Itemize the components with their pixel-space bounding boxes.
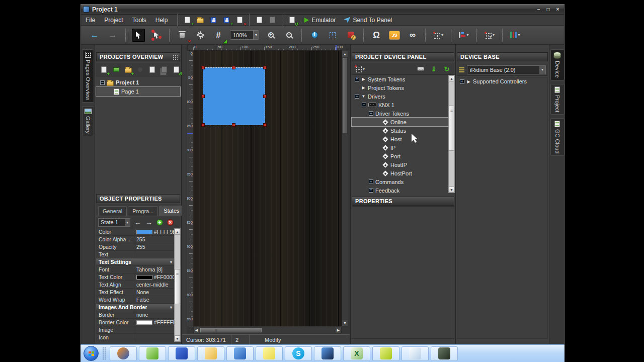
device-tree-item-hostport[interactable]: HostPort — [352, 169, 448, 177]
scroll-down-icon[interactable]: ▼ — [342, 320, 348, 326]
panel-options-dropdown[interactable]: ▾ — [355, 64, 365, 73]
scroll-up-icon[interactable]: ▲ — [342, 51, 348, 57]
taskbar-excel[interactable]: X — [343, 346, 370, 361]
taskbar-lime-app[interactable] — [372, 346, 399, 361]
save-project-button[interactable] — [209, 16, 218, 25]
refresh-drivers-button[interactable]: ↻ — [442, 64, 451, 73]
properties-scrollbar[interactable]: ▲ ▼ — [174, 228, 181, 342]
property-row-text-color[interactable]: Text Color #FF0000 — [96, 274, 174, 281]
taskbar-skype[interactable]: S — [285, 346, 312, 361]
selection-handle[interactable] — [201, 66, 205, 69]
scroll-thumb[interactable] — [449, 106, 454, 151]
link-button[interactable]: ∞ — [406, 29, 419, 42]
prev-state-button[interactable]: ← — [134, 218, 141, 226]
property-row-font[interactable]: Font Tahoma [8] — [96, 266, 174, 274]
scroll-right-icon[interactable]: ▶ — [336, 327, 341, 333]
open-project-button[interactable] — [196, 16, 205, 25]
canvas-horizontal-scrollbar[interactable]: ◀ ▶ — [193, 327, 342, 333]
send-to-panel-button[interactable]: Send To Panel — [344, 17, 392, 24]
node-select-tool-button[interactable] — [150, 29, 163, 42]
property-row-text-effect[interactable]: Text Effect None — [96, 289, 174, 296]
taskbar-notes-app[interactable] — [256, 346, 283, 361]
minimize-button[interactable]: – — [534, 6, 543, 13]
add-folder-button[interactable]: + — [124, 65, 132, 74]
zoom-level-combo[interactable]: 100% ▾ — [230, 30, 259, 40]
device-tree-scrollbar[interactable]: ▲ ▼ — [448, 75, 455, 193]
scroll-thumb[interactable] — [200, 328, 262, 332]
device-tree-item-ip[interactable]: IP — [352, 143, 448, 152]
property-row-text[interactable]: Text — [96, 251, 174, 258]
close-project-button[interactable]: × — [235, 16, 244, 25]
property-row-border[interactable]: Border none — [96, 311, 174, 319]
taskbar-grip[interactable] — [102, 347, 106, 360]
object-settings-button[interactable] — [194, 29, 207, 42]
add-popup-button[interactable] — [112, 65, 120, 74]
taskbar-save-tool[interactable] — [168, 346, 195, 361]
copy-page-button[interactable] — [255, 16, 264, 25]
color-swatch[interactable] — [136, 320, 152, 325]
tab-project[interactable]: Project — [550, 84, 565, 115]
color-options-dropdown[interactable]: ▾ — [509, 29, 522, 42]
color-swatch[interactable] — [136, 275, 152, 280]
taskbar-file-explorer[interactable] — [197, 346, 224, 361]
delete-state-button[interactable]: × — [167, 219, 174, 226]
scroll-left-icon[interactable]: ◀ — [194, 327, 199, 333]
project-tree-item-page-1[interactable]: Page 1 — [96, 87, 180, 96]
property-row-word-wrap[interactable]: Word Wrap False — [96, 296, 174, 304]
import-page-button[interactable]: ↺ — [173, 65, 180, 74]
device-tree-item-hostip[interactable]: HostIP — [352, 160, 448, 169]
remote-debug-button[interactable] — [416, 64, 425, 73]
properties-tab-general[interactable]: General — [98, 206, 127, 216]
taskbar-notepad[interactable] — [401, 346, 429, 361]
scroll-down-icon[interactable]: ▼ — [449, 187, 454, 193]
record-button[interactable] — [136, 65, 144, 74]
paste-page-button[interactable] — [160, 65, 168, 74]
scroll-thumb[interactable] — [175, 269, 180, 304]
select-tool-button[interactable] — [132, 29, 145, 42]
device-tree-item-commands[interactable]: + Commands — [352, 177, 448, 186]
device-tree-item-port[interactable]: Port — [352, 152, 448, 160]
property-row-text-settings[interactable]: Text Settings — [96, 258, 174, 266]
tab-gc-cloud[interactable]: GC Cloud — [550, 118, 565, 156]
undo-button[interactable]: ← — [88, 29, 101, 42]
device-tree-item-driver-tokens[interactable]: − Driver Tokens — [352, 109, 448, 118]
script-editor-button[interactable]: JS — [388, 29, 401, 42]
redo-button[interactable]: → — [106, 29, 119, 42]
property-row-border-color[interactable]: Border Color #FFFFFF — [96, 319, 174, 326]
property-row-opacity[interactable]: Opacity 255 — [96, 243, 174, 251]
relations-button[interactable] — [308, 29, 321, 42]
chevron-down-icon[interactable]: ▾ — [539, 66, 545, 74]
selection-handle[interactable] — [232, 123, 235, 127]
property-row-images-and-border[interactable]: Images And Border — [96, 304, 174, 311]
zoom-out-button[interactable] — [282, 29, 295, 42]
maximize-button[interactable]: □ — [544, 6, 552, 13]
zoom-in-button[interactable] — [264, 29, 277, 42]
next-state-button[interactable]: → — [145, 218, 152, 226]
property-row-text-align[interactable]: Text Align center-middle — [96, 281, 174, 289]
device-tree-item-status[interactable]: Status — [352, 126, 448, 135]
selection-handle[interactable] — [263, 66, 267, 69]
close-button[interactable]: × — [553, 6, 562, 13]
device-base-dropdown[interactable]: iRidium Base (2.0) ▾ — [467, 65, 546, 74]
device-tree-item-host[interactable]: Host — [352, 135, 448, 143]
copy-page-button[interactable] — [148, 65, 156, 74]
splitter[interactable] — [182, 45, 187, 344]
taskbar-firefox[interactable] — [110, 346, 137, 361]
panel-menu-icon[interactable] — [173, 55, 178, 60]
selection-handle[interactable] — [263, 123, 267, 127]
property-row-color[interactable]: Color #FFFF9B — [96, 228, 174, 236]
size-options-dropdown[interactable]: ▾ — [483, 29, 496, 42]
taskbar-camera-app[interactable] — [431, 346, 458, 361]
paste-page-button[interactable] — [268, 16, 277, 25]
device-tree-item-knx-1[interactable]: − KNX 1 — [352, 101, 448, 109]
taskbar-sync-app[interactable] — [226, 346, 254, 361]
base-tree-item-supported-controllers[interactable]: + ▶ Supported Controllers — [457, 77, 548, 86]
selection-handle[interactable] — [201, 123, 205, 127]
device-tree-item-system-tokens[interactable]: + ▶ System Tokens — [352, 75, 448, 83]
property-row-image[interactable]: Image — [96, 326, 174, 334]
save-project-as-button[interactable]: + — [222, 16, 231, 25]
taskbar-admin-console[interactable] — [314, 346, 341, 361]
menu-help[interactable]: Help — [151, 16, 173, 25]
taskbar-iridium[interactable] — [139, 346, 166, 361]
delete-object-button[interactable]: × — [176, 29, 189, 42]
